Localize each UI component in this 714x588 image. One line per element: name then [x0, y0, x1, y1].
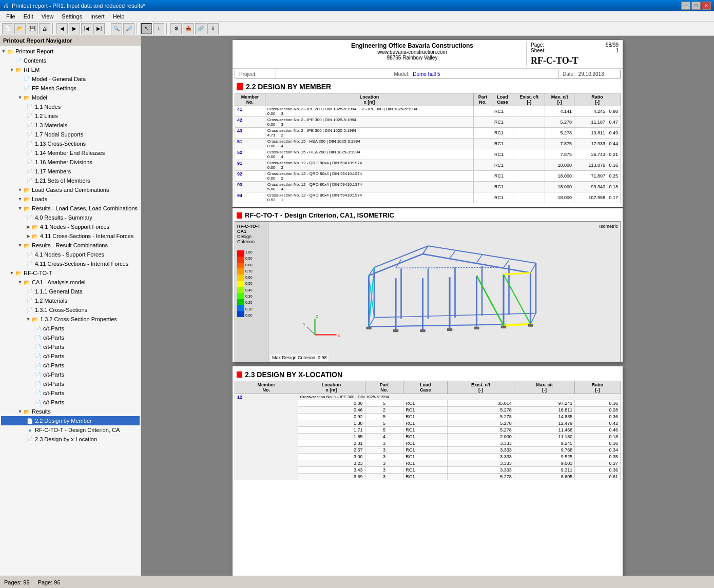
- toolbar-new[interactable]: 📄: [2, 23, 13, 34]
- maximize-button[interactable]: □: [691, 2, 701, 10]
- tree-item-femesh[interactable]: 📄 FE Mesh Settings: [1, 84, 140, 93]
- tree-label: Model - General Data: [32, 76, 86, 82]
- content-area[interactable]: Engineering Office Bavaria Constructions…: [141, 36, 714, 576]
- sidebar-tree[interactable]: ▼ 📁 Printout Report 📄 Contents ▼ 📂 RFEM …: [0, 46, 141, 576]
- tree-item-ct2[interactable]: 📄 c/t-Parts: [1, 333, 140, 342]
- tree-label: RF-C-TO-T: [24, 270, 52, 276]
- toolbar-select[interactable]: ↖: [141, 23, 152, 34]
- tree-item-load-cases[interactable]: ▼ 📂 Load Cases and Combinations: [1, 185, 140, 194]
- tree-item-rf-c-to-t[interactable]: ▼ 📂 RF-C-TO-T: [1, 268, 140, 278]
- design-by-xloc-table: MemberNo. Locationx [m] PartNo. LoadCase…: [233, 381, 623, 484]
- tree-item-ct5[interactable]: 📄 c/t-Parts: [1, 361, 140, 370]
- tree-item-model-general[interactable]: 📄 Model - General Data: [1, 74, 140, 84]
- tree-item-summary[interactable]: 📄 4.0 Results - Summary: [1, 213, 140, 222]
- toolbar-zoom-in[interactable]: 🔍: [111, 23, 122, 34]
- doc-icon: 📄: [26, 112, 34, 120]
- menu-view[interactable]: View: [37, 12, 58, 21]
- tree-item-nodes-41[interactable]: ▶ 📂 4.1 Nodes - Support Forces: [1, 222, 140, 231]
- tree-item-nodes-41b[interactable]: 📄 4.1 Nodes - Support Forces: [1, 250, 140, 259]
- main-layout: Printout Report Navigator ▼ 📁 Printout R…: [0, 36, 714, 576]
- tree-item-cross-132[interactable]: ▼ 📂 1.3.2 Cross-Section Properties: [1, 315, 140, 324]
- tree-item-nodes[interactable]: 📄 1.1 Nodes: [1, 102, 140, 111]
- tree-item-cross-131[interactable]: 📄 1.3.1 Cross-Sections: [1, 305, 140, 315]
- tree-item-lines[interactable]: 📄 1.2 Lines: [1, 111, 140, 121]
- tree-item-loads[interactable]: ▼ 📂 Loads: [1, 194, 140, 204]
- date-label: Date:: [563, 71, 575, 77]
- tree-item-printout[interactable]: ▼ 📁 Printout Report: [1, 47, 140, 56]
- svg-text:x: x: [338, 332, 340, 338]
- expand-icon: ▼: [9, 269, 14, 277]
- tree-label: Loads: [32, 196, 47, 202]
- tree-label: c/t-Parts: [43, 390, 64, 396]
- tree-item-ct7[interactable]: 📄 c/t-Parts: [1, 379, 140, 388]
- toolbar-info[interactable]: ℹ: [207, 23, 219, 34]
- sidebar-header: Printout Report Navigator: [0, 36, 141, 46]
- tree-item-model[interactable]: ▼ 📂 Model: [1, 93, 140, 102]
- toolbar-link[interactable]: 🔗: [195, 23, 206, 34]
- menu-insert[interactable]: Insert: [86, 12, 109, 21]
- toolbar-back[interactable]: ◀: [56, 23, 68, 34]
- tree-item-rfem[interactable]: ▼ 📂 RFEM: [1, 65, 140, 74]
- doc-icon: 📄: [34, 324, 42, 332]
- expand-icon: ▼: [17, 278, 23, 286]
- status-pages: Pages: 99: [4, 579, 30, 585]
- tree-label: Load Cases and Combinations: [32, 187, 109, 193]
- title-bar: 🖨 Printout report - PR1: Input data and …: [0, 0, 714, 11]
- tree-item-cross-411[interactable]: ▶ 📂 4.11 Cross-Sections - Internal Force…: [1, 231, 140, 241]
- toolbar-zoom-out[interactable]: 🔎: [123, 23, 134, 34]
- toolbar-fwd[interactable]: ▶: [69, 23, 80, 34]
- tree-item-cross-sec[interactable]: 📄 1.13 Cross-Sections: [1, 139, 140, 148]
- tree-label: 1.7 Nodal Supports: [35, 131, 83, 138]
- toolbar-open[interactable]: 📂: [14, 23, 26, 34]
- doc-icon: 📄: [26, 435, 34, 443]
- toolbar-save[interactable]: 💾: [27, 23, 38, 34]
- doc-icon: 📄: [26, 260, 34, 268]
- toolbar-options[interactable]: ⚙: [170, 23, 182, 34]
- tree-item-cross-411b[interactable]: 📄 4.11 Cross-Sections - Internal Forces: [1, 259, 140, 268]
- tree-item-results-lc[interactable]: ▼ 📂 Results - Load Cases, Load Combinati…: [1, 204, 140, 213]
- tree-item-ct4[interactable]: 📄 c/t-Parts: [1, 351, 140, 361]
- section-23-marker: [237, 371, 242, 378]
- menu-help[interactable]: Help: [109, 12, 129, 21]
- minimize-button[interactable]: —: [681, 2, 690, 10]
- tree-item-design-22[interactable]: 📄 2.2 Design by Member: [1, 416, 140, 425]
- toolbar-export[interactable]: 📤: [183, 23, 194, 34]
- tree-item-mat[interactable]: 📄 1.2 Materials: [1, 296, 140, 305]
- tree-item-ca1[interactable]: ▼ 📂 CA1 - Analysis model: [1, 278, 140, 287]
- menu-edit[interactable]: Edit: [20, 12, 37, 21]
- tree-item-ct6[interactable]: 📄 c/t-Parts: [1, 370, 140, 379]
- close-button[interactable]: ✕: [702, 2, 711, 10]
- section-23-title: 2.3 DESIGN BY X-LOCATION: [245, 370, 342, 379]
- tree-item-results-rc[interactable]: ▼ 📂 Results - Result Combinations: [1, 241, 140, 250]
- folder-open-icon: 📂: [31, 223, 39, 231]
- tree-item-rf-crit[interactable]: ● RF-C-TO-T - Design Criterion, CA: [1, 425, 140, 435]
- sep4: [166, 23, 168, 34]
- tree-item-ct1[interactable]: 📄 c/t-Parts: [1, 324, 140, 333]
- toolbar-last[interactable]: ▶|: [93, 23, 105, 34]
- tree-label: 2.3 Design by x-Location: [35, 436, 97, 442]
- tree-item-member-div[interactable]: 📄 1.16 Member Divisions: [1, 158, 140, 167]
- menu-settings[interactable]: Settings: [57, 12, 86, 21]
- tree-item-member-end[interactable]: 📄 1.14 Member End Releases: [1, 148, 140, 158]
- tree-item-sets[interactable]: 📄 1.21 Sets of Members: [1, 176, 140, 185]
- tree-item-members[interactable]: 📄 1.17 Members: [1, 167, 140, 176]
- tree-item-gen-111[interactable]: 📄 1.1.1 General Data: [1, 287, 140, 296]
- toolbar-print[interactable]: 🖨: [39, 23, 50, 34]
- tree-item-design-23[interactable]: 📄 2.3 Design by x-Location: [1, 435, 140, 444]
- tree-item-ct9[interactable]: 📄 c/t-Parts: [1, 398, 140, 407]
- tree-item-contents[interactable]: 📄 Contents: [1, 56, 140, 65]
- sep2: [107, 23, 109, 34]
- toolbar-pointer[interactable]: ↕: [153, 23, 164, 34]
- folder-open-icon: 📂: [23, 186, 31, 194]
- toolbar-first[interactable]: |◀: [81, 23, 92, 34]
- design-by-member-table: MemberNo. Locationx [m] PartNo. LoadCase…: [233, 93, 623, 205]
- svg-rect-48: [474, 327, 479, 329]
- folder-open-icon: 📂: [23, 195, 31, 203]
- doc-icon: 📄: [34, 352, 42, 360]
- tree-item-results-r[interactable]: ▼ 📂 Results: [1, 407, 140, 416]
- tree-item-nodal-support[interactable]: 📄 1.7 Nodal Supports: [1, 130, 140, 139]
- menu-file[interactable]: File: [2, 12, 20, 21]
- tree-item-materials[interactable]: 📄 1.3 Materials: [1, 121, 140, 130]
- tree-item-ct8[interactable]: 📄 c/t-Parts: [1, 388, 140, 398]
- tree-item-ct3[interactable]: 📄 c/t-Parts: [1, 342, 140, 351]
